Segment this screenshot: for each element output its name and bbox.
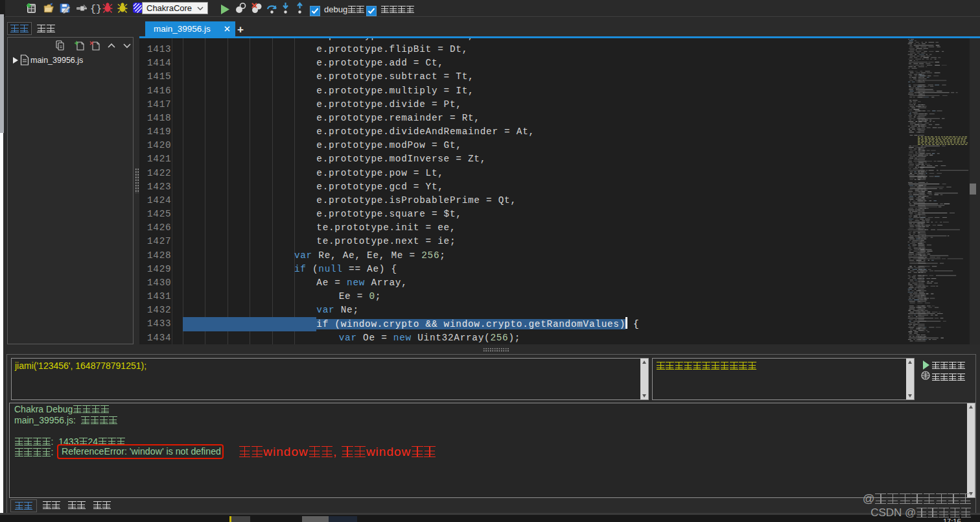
svg-text:{}: {}	[90, 4, 102, 15]
